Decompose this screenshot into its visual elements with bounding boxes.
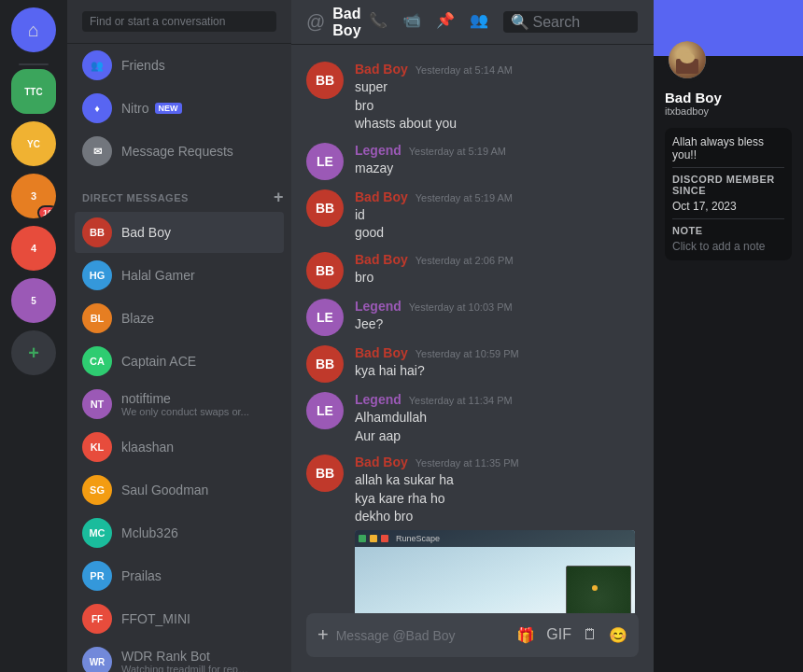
table-row: BB Bad Boy Yesterday at 5:19 AM id good [306,188,639,245]
game-minimap [566,566,631,613]
sidebar-item-ffot[interactable]: FF FFOT_MINI [75,598,284,639]
messages-area: BB Bad Boy Yesterday at 5:14 AM super br… [291,45,654,613]
captain-name: Captain ACE [121,354,196,369]
msg-header: Bad Boy Yesterday at 11:35 PM [355,455,639,469]
profile-panel: Bad Boy itxbadboy Allah always bless you… [654,0,803,672]
mclub-avatar: MC [82,518,112,548]
msg-text: id [355,206,639,225]
msg-content: Bad Boy Yesterday at 5:19 AM id good [355,189,639,243]
sidebar-item-message-requests[interactable]: ✉ Message Requests [75,131,284,172]
table-row: BB Bad Boy Yesterday at 10:59 PM kya hai… [306,343,639,385]
profile-card: Allah always bless you!! DISCORD MEMBER … [665,128,792,260]
msg-text: Aur aap [355,427,639,446]
msg-username: Legend [355,299,402,314]
msg-username: Bad Boy [355,455,408,469]
profile-info: Bad Boy itxbadboy [654,90,803,124]
msg-text: mazay [355,160,639,178]
avatar: LE [306,299,344,336]
server-icon-s5[interactable]: 5 [11,278,56,323]
msg-timestamp: Yesterday at 5:14 AM [416,64,513,76]
sidebar-item-blaze[interactable]: BL Blaze [75,298,284,339]
msg-header: Legend Yesterday at 10:03 PM [355,299,639,314]
call-button[interactable]: 📞 [369,11,387,33]
sidebar-item-badboy[interactable]: BB Bad Boy [75,212,284,253]
msg-header: Bad Boy Yesterday at 2:06 PM [355,252,639,267]
server-icon-s3[interactable]: 3 16 [11,174,56,218]
server-icon-ttc[interactable]: TTC [11,69,56,114]
msg-text: allah ka sukar ha [355,471,639,490]
add-dm-button[interactable]: + [274,188,284,207]
sidebar-item-halal[interactable]: HG Halal Gamer [75,255,284,296]
members-button[interactable]: 👥 [470,11,488,33]
chat-input-area: + 🎁 GIF 🗒 😊 [291,613,654,672]
sidebar-item-nitro[interactable]: ♦ Nitro NEW [75,88,284,129]
server-icon-yc[interactable]: YC [11,121,56,166]
msg-username: Legend [355,143,402,158]
sidebar-item-mclub[interactable]: MC Mclub326 [75,512,284,553]
dm-search-box[interactable]: Find or start a conversation [82,11,276,32]
msg-content: Legend Yesterday at 11:34 PM Alhamdullah… [355,392,639,445]
msg-text: whasts about you [355,115,639,133]
prailas-name: Prailas [121,568,162,583]
nitro-avatar: ♦ [82,93,112,123]
pin-button[interactable]: 📌 [436,11,455,33]
sidebar-item-prailas[interactable]: PR Prailas [75,555,284,596]
msg-content: Bad Boy Yesterday at 2:06 PM bro [355,252,639,289]
sidebar-item-captain[interactable]: CA Captain ACE [75,341,284,382]
server-icon-add[interactable]: + [11,330,56,375]
profile-note-input[interactable]: Click to add a note [672,240,784,253]
ffot-avatar: FF [82,604,112,634]
avatar: BB [306,345,344,383]
msg-header: Bad Boy Yesterday at 5:19 AM [355,189,639,204]
server-icon-s4[interactable]: 4 [11,226,56,271]
profile-member-since-date: Oct 17, 2023 [672,200,784,213]
msg-username: Bad Boy [355,345,408,360]
dm-section-label-text: DIRECT MESSAGES [82,192,189,203]
ffot-name: FFOT_MINI [121,611,190,626]
video-button[interactable]: 📹 [402,11,421,33]
msg-timestamp: Yesterday at 2:06 PM [416,255,514,266]
gift-icon[interactable]: 🎁 [516,626,535,644]
add-attachment-button[interactable]: + [317,613,329,657]
table-row: BB Bad Boy Yesterday at 5:14 AM super br… [306,60,639,135]
saul-name: Saul Goodman [121,483,208,497]
sticker-icon[interactable]: 🗒 [583,626,598,644]
gif-icon[interactable]: GIF [546,626,571,644]
msg-timestamp: Yesterday at 11:35 PM [416,457,519,469]
sidebar-item-saul[interactable]: SG Saul Goodman [75,469,284,511]
klaashan-name: klaashan [121,440,174,455]
sidebar-item-friends[interactable]: 👥 Friends [75,45,284,86]
msg-username: Bad Boy [355,189,408,204]
sidebar-item-wdr-rank[interactable]: WR WDR Rank Bot Watching treadmill for r… [75,641,284,672]
search-placeholder: Search [533,14,581,31]
table-row: LE Legend Yesterday at 5:19 AM mazay [306,141,639,182]
msg-content: Legend Yesterday at 5:19 AM mazay [355,143,639,180]
msg-text: bro [355,97,639,116]
profile-avatar-image [669,41,706,78]
msg-header: Legend Yesterday at 11:34 PM [355,392,639,407]
emoji-icon[interactable]: 😊 [609,626,627,644]
mclub-name: Mclub326 [121,525,178,540]
chat-header-icons: 📞 📹 📌 👥 🔍 Search 📥 ❓ [369,11,654,33]
msg-username: Bad Boy [355,252,408,267]
msg-content: Legend Yesterday at 10:03 PM Jee? [355,299,639,336]
profile-note-label: NOTE [672,225,784,236]
friends-avatar: 👥 [82,50,112,80]
msg-timestamp: Yesterday at 11:34 PM [409,395,513,406]
msg-content: Bad Boy Yesterday at 5:14 AM super bro w… [355,62,639,133]
msg-content: Bad Boy Yesterday at 10:59 PM kya hai ha… [355,345,639,383]
sidebar-item-notiftime[interactable]: NT notiftime We only conduct swaps or... [75,384,284,425]
server-icon-home[interactable]: ⌂ [11,7,56,52]
chat-dm-icon: @ [306,11,325,33]
sidebar-item-klaashan[interactable]: KL klaashan [75,427,284,468]
chat-search-box[interactable]: 🔍 Search [503,11,638,33]
blaze-avatar: BL [82,303,112,333]
msg-text: good [355,224,639,243]
wdr-rank-name: WDR Rank Bot [121,649,252,664]
search-icon: 🔍 [511,13,529,31]
msg-username: Bad Boy [355,62,408,77]
msg-text: super [355,78,639,97]
msg-requests-avatar: ✉ [82,136,112,166]
chat-message-input[interactable] [336,617,510,654]
halal-name: Halal Gamer [121,268,195,283]
